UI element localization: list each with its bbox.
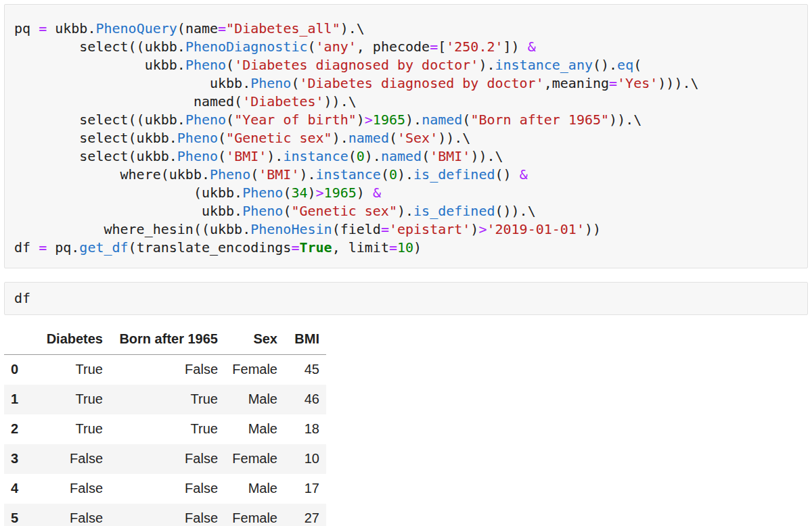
table-cell: 46 [284, 385, 326, 414]
code-token: ukbb. [47, 20, 95, 37]
code-token: ( [633, 57, 641, 73]
code-token: ). [267, 148, 283, 164]
code-token: PhenoHesin [250, 221, 332, 237]
code-token: ).\ [340, 20, 365, 37]
notebook-page: pq = ukbb.PhenoQuery(name="Diabetes_all"… [0, 4, 812, 526]
code-token: ). [299, 166, 315, 183]
code-token: ) [470, 221, 478, 237]
row-index: 4 [4, 474, 31, 504]
code-token: = [218, 20, 226, 37]
code-token: 0 [357, 148, 365, 164]
code-token: = [609, 75, 617, 91]
code-token: '2019-01-01' [487, 221, 585, 237]
table-cell: Female [225, 504, 284, 526]
code-token: ( [283, 185, 291, 201]
code-token: & [520, 166, 528, 183]
code-token: 'epistart' [389, 221, 470, 237]
code-token: is_defined [413, 203, 495, 219]
code-token: ( [422, 148, 430, 164]
code-token: named [348, 130, 389, 146]
table-cell: True [31, 414, 110, 444]
table-row: 1TrueTrueMale46 [4, 385, 326, 414]
code-token: (ukbb. [14, 185, 242, 201]
code-token: ( [226, 112, 234, 128]
code-token: "Born after 1965" [470, 112, 609, 128]
code-token: = [39, 20, 47, 37]
code-token: > [478, 221, 487, 237]
row-index: 1 [4, 385, 31, 414]
table-cell: 18 [284, 414, 326, 444]
table-cell: 45 [284, 355, 326, 385]
table-cell: 17 [284, 474, 326, 504]
table-cell: False [110, 355, 225, 385]
code-token: Pheno [185, 57, 226, 73]
code-token: = [291, 239, 299, 256]
code-token: ). [397, 166, 413, 183]
code-token: 1965 [324, 185, 357, 201]
row-index: 3 [4, 444, 31, 474]
code-token: ( [250, 166, 258, 183]
code-token: 'any' [316, 39, 357, 55]
code-token: named( [14, 93, 242, 110]
code-token: Pheno [250, 75, 291, 91]
code-token: = [39, 239, 47, 256]
dataframe-output-table: Diabetes Born after 1965 Sex BMI 0TrueFa… [4, 325, 326, 526]
code-token: ). [405, 112, 422, 128]
df-cell-input[interactable]: df [4, 282, 808, 315]
code-token: , phecode [357, 39, 430, 55]
code-token: 0 [389, 166, 397, 183]
row-index: 0 [4, 355, 31, 385]
code-token: ( [283, 203, 291, 219]
table-cell: 10 [284, 444, 326, 474]
code-token: select((ukbb. [14, 112, 185, 128]
code-token: 10 [397, 239, 413, 256]
table-cell: False [31, 504, 110, 526]
code-token: where(ukbb. [14, 166, 210, 183]
table-cell: False [110, 504, 225, 526]
code-token: get_df [79, 239, 128, 256]
code-token: df [14, 239, 39, 256]
table-cell: 27 [284, 504, 326, 526]
code-token: 'Diabetes' [242, 93, 323, 110]
table-cell: True [31, 385, 110, 414]
code-token: select((ukbb. [14, 39, 185, 55]
code-token: , limit [332, 239, 389, 256]
code-editor: pq = ukbb.PhenoQuery(name="Diabetes_all"… [14, 20, 798, 257]
code-token: Pheno [177, 130, 218, 146]
code-token: 1965 [373, 112, 405, 128]
code-token: PhenoQuery [95, 20, 177, 37]
code-token: "Diabetes_all" [226, 20, 340, 37]
table-cell: False [110, 474, 225, 504]
code-token: ( [291, 75, 299, 91]
code-token: )).\ [470, 148, 503, 164]
row-index: 2 [4, 414, 31, 444]
table-cell: True [31, 355, 110, 385]
code-token: () [495, 166, 520, 183]
code-token: is_defined [413, 166, 495, 183]
code-token: [ [438, 39, 446, 55]
code-token: '250.2' [446, 39, 503, 55]
code-token: ). [397, 203, 413, 219]
code-token: 'BMI' [430, 148, 470, 164]
code-token: True [299, 239, 332, 256]
code-token: & [528, 39, 536, 55]
code-cell-input[interactable]: pq = ukbb.PhenoQuery(name="Diabetes_all"… [4, 4, 808, 268]
code-token: ukbb. [14, 75, 250, 91]
code-token: PhenoDiagnostic [185, 39, 308, 55]
dataframe-body: 0TrueFalseFemale451TrueTrueMale462TrueTr… [4, 355, 326, 526]
code-token: ))).\ [658, 75, 698, 91]
table-row: 3FalseFalseFemale10 [4, 444, 326, 474]
code-token: instance [316, 166, 381, 183]
code-token: eq [617, 57, 633, 73]
code-token: Pheno [177, 148, 218, 164]
code-token: = [381, 221, 389, 237]
table-row: 4FalseFalseMale17 [4, 474, 326, 504]
code-token: ) [357, 185, 373, 201]
column-header-diabetes: Diabetes [31, 325, 110, 355]
column-header-born-after-1965: Born after 1965 [110, 325, 225, 355]
code-token: (field [332, 221, 381, 237]
column-header-bmi: BMI [284, 325, 326, 355]
code-token: 34 [291, 185, 307, 201]
df-cell-code: df [14, 289, 798, 308]
table-cell: False [31, 474, 110, 504]
